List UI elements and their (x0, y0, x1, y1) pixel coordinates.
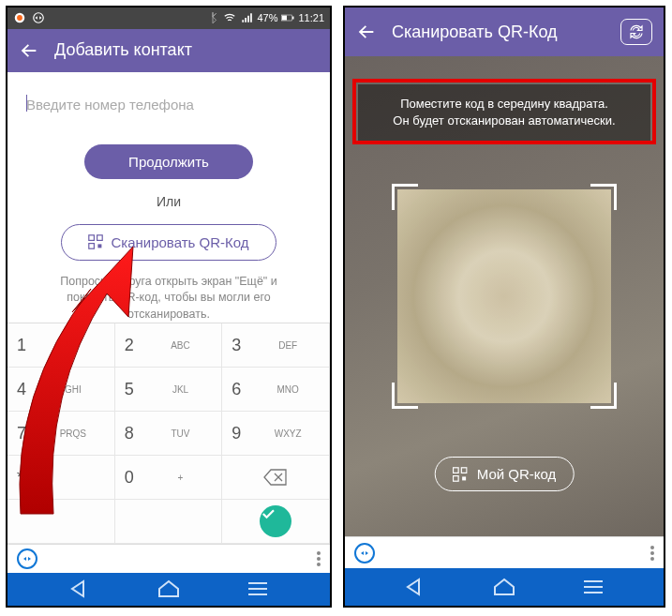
svg-point-19 (650, 557, 654, 561)
or-divider: Или (157, 194, 181, 209)
camera-preview-tile (397, 189, 611, 403)
backspace-icon (263, 469, 288, 486)
nav-home-icon[interactable] (157, 579, 181, 598)
svg-rect-8 (89, 244, 95, 249)
key-9[interactable]: 9WXYZ (222, 412, 330, 456)
key-1[interactable]: 1 (7, 323, 115, 368)
nav-home-icon[interactable] (492, 578, 516, 596)
svg-rect-7 (97, 235, 103, 241)
teamviewer-bar (7, 544, 330, 572)
scan-qr-button[interactable]: Сканировать QR-Код (61, 224, 276, 261)
svg-point-12 (317, 563, 321, 566)
key-4[interactable]: 4GHI (7, 368, 115, 412)
android-nav-bar (7, 573, 330, 606)
teamviewer-status-icon (32, 11, 45, 24)
key-backspace[interactable] (222, 456, 330, 500)
svg-rect-6 (89, 235, 95, 241)
page-title: Добавить контакт (54, 40, 192, 60)
app-bar: Сканировать QR-Код (345, 8, 664, 56)
status-bar: 47% 11:21 (7, 8, 330, 29)
app-indicator-icon (13, 11, 26, 24)
more-icon[interactable] (650, 546, 654, 561)
svg-point-10 (317, 551, 321, 555)
numeric-keypad: 1 2ABC 3DEF 4GHI 5JKL 6MNO 7PRQS 8TUV 9W… (7, 323, 330, 544)
android-nav-bar (345, 568, 664, 606)
svg-point-2 (34, 13, 44, 23)
key-empty (7, 500, 115, 544)
continue-button[interactable]: Продолжить (84, 144, 253, 179)
wifi-icon (223, 11, 236, 24)
nav-recent-icon[interactable] (582, 578, 605, 595)
key-empty2 (115, 500, 223, 544)
bluetooth-icon (206, 11, 219, 24)
key-confirm[interactable] (222, 500, 330, 544)
scan-frame (392, 184, 617, 409)
signal-icon (240, 11, 253, 24)
scan-instruction: Поместите код в середину квадрата. Он бу… (358, 84, 650, 141)
qr-hint: Попросите друга открыть экран "Ещё" и по… (26, 274, 311, 323)
key-5[interactable]: 5JKL (115, 368, 223, 412)
battery-icon (281, 11, 294, 24)
battery-text: 47% (257, 12, 277, 23)
scan-instruction-line1: Поместите код в середину квадрата. (367, 96, 641, 113)
svg-point-17 (650, 546, 654, 549)
svg-point-1 (17, 16, 22, 22)
key-3[interactable]: 3DEF (222, 323, 330, 368)
qr-icon (88, 234, 103, 249)
back-icon[interactable] (356, 22, 377, 42)
svg-rect-4 (282, 16, 287, 21)
svg-rect-14 (461, 467, 467, 473)
svg-rect-5 (292, 17, 294, 20)
switch-camera-button[interactable] (620, 19, 652, 45)
back-icon[interactable] (19, 40, 39, 61)
frame-corner-icon (392, 383, 418, 409)
nav-recent-icon[interactable] (246, 580, 269, 597)
key-8[interactable]: 8TUV (115, 412, 223, 456)
nav-back-icon[interactable] (68, 579, 91, 598)
frame-corner-icon (392, 184, 418, 210)
clock-text: 11:21 (298, 12, 324, 23)
svg-rect-13 (454, 467, 459, 473)
page-title: Сканировать QR-Код (392, 23, 605, 42)
key-7[interactable]: 7PRQS (7, 412, 115, 456)
scan-instruction-line2: Он будет отсканирован автоматически. (367, 113, 641, 129)
qr-icon (453, 467, 468, 482)
svg-point-18 (650, 551, 654, 555)
svg-rect-16 (462, 476, 466, 480)
my-qr-label: Мой QR-код (477, 466, 557, 482)
frame-corner-icon (590, 184, 617, 210)
nav-back-icon[interactable] (404, 578, 426, 596)
frame-corner-icon (590, 383, 617, 409)
key-symbols[interactable]: * # (7, 456, 115, 500)
more-icon[interactable] (317, 551, 321, 566)
app-bar: Добавить контакт (7, 29, 330, 72)
phone-input[interactable] (26, 89, 311, 122)
teamviewer-bar (345, 536, 664, 568)
camera-viewfinder: Поместите код в середину квадрата. Он бу… (345, 56, 664, 536)
svg-rect-15 (454, 475, 459, 481)
svg-rect-9 (98, 245, 102, 248)
my-qr-button[interactable]: Мой QR-код (435, 457, 575, 491)
svg-point-11 (317, 557, 321, 561)
teamviewer-icon[interactable] (354, 543, 375, 563)
key-6[interactable]: 6MNO (222, 368, 330, 412)
check-icon (260, 505, 276, 522)
scan-qr-label: Сканировать QR-Код (111, 234, 248, 250)
teamviewer-icon[interactable] (17, 548, 37, 569)
key-2[interactable]: 2ABC (115, 323, 223, 368)
key-0[interactable]: 0+ (115, 456, 223, 500)
switch-camera-icon (628, 23, 645, 40)
